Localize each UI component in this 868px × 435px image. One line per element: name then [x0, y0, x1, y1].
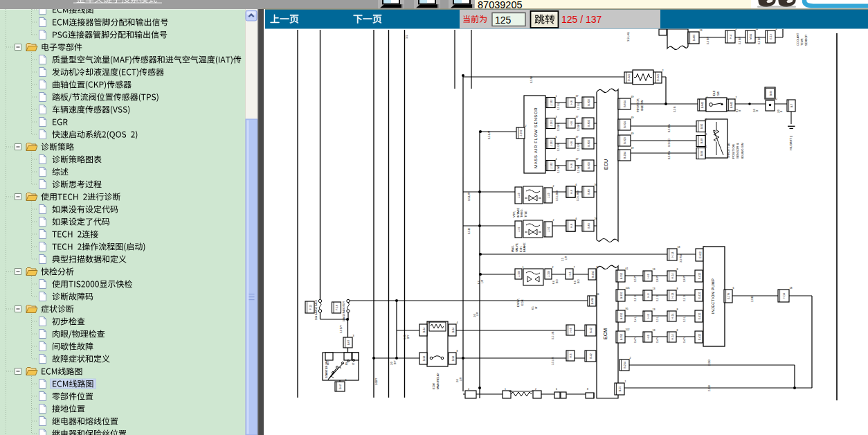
svg-text:0.3 L: 0.3 L	[656, 317, 659, 322]
svg-text:0.5 B: 0.5 B	[468, 228, 471, 234]
svg-text:B-99: B-99	[700, 151, 703, 157]
svg-text:J-109: J-109	[518, 271, 521, 277]
svg-text:37: 37	[576, 95, 579, 98]
svg-text:H-6: H-6	[570, 224, 573, 228]
svg-text:0.6 P: 0.6 P	[656, 276, 659, 282]
svg-text:EGR: EGR	[521, 299, 524, 305]
svg-text:13: 13	[653, 268, 655, 271]
svg-text:B-42: B-42	[590, 328, 593, 333]
svg-text:THRO-: THRO-	[520, 208, 523, 218]
svg-text:B-34: B-34	[452, 328, 455, 333]
svg-text:H-8: H-8	[647, 335, 650, 339]
svg-text:J-162: J-162	[550, 100, 553, 106]
svg-text:H-6: H-6	[570, 141, 573, 145]
svg-text:0.3 O: 0.3 O	[634, 295, 637, 301]
svg-text:B-460: B-460	[694, 35, 696, 42]
svg-text:H-8: H-8	[647, 294, 650, 298]
svg-text:3.0: 3.0	[390, 362, 393, 365]
svg-text:B-63: B-63	[588, 189, 590, 195]
svg-text:125: 125	[495, 15, 512, 26]
svg-text:BRAKE: BRAKE	[523, 242, 526, 252]
svg-text:0.5 O: 0.5 O	[656, 295, 659, 301]
svg-text:37: 37	[576, 116, 579, 118]
svg-text:IDLE SW: IDLE SW	[641, 100, 644, 111]
svg-text:3.5: 3.5	[561, 258, 564, 261]
svg-text:0.5 L/B: 0.5 L/B	[552, 331, 554, 339]
svg-text:0.5 L/R: 0.5 L/R	[468, 193, 471, 201]
svg-text:B-623: B-623	[624, 137, 627, 144]
svg-text:H-6: H-6	[570, 163, 573, 168]
svg-text:E-412: E-412	[699, 251, 702, 258]
svg-text:3.5: 3.5	[406, 35, 408, 39]
svg-text:8: 8	[457, 350, 458, 353]
svg-text:D-341: D-341	[629, 74, 631, 81]
svg-text:ECU: ECU	[603, 159, 609, 170]
svg-text:INTAKE: INTAKE	[516, 208, 520, 218]
svg-text:B-90: B-90	[700, 124, 703, 130]
svg-text:2: 2	[535, 388, 536, 391]
svg-text:49: 49	[631, 96, 634, 98]
svg-text:0.5 GL: 0.5 GL	[577, 103, 580, 110]
svg-text:3.0 B/Y: 3.0 B/Y	[340, 325, 343, 333]
svg-text:ST: ST	[352, 362, 355, 365]
svg-text:13: 13	[700, 29, 703, 32]
svg-text:6: 6	[556, 388, 557, 391]
svg-text:H-8: H-8	[647, 274, 650, 278]
svg-text:0.3 GO: 0.3 GO	[668, 139, 671, 147]
svg-text:105: 105	[626, 287, 630, 290]
svg-text:IDLING SW: IDLING SW	[741, 142, 744, 159]
svg-text:F-13: F-13	[309, 305, 312, 310]
svg-text:2: 2	[662, 69, 664, 72]
svg-text:INJECTION PUMP: INJECTION PUMP	[711, 278, 715, 314]
svg-text:3: 3	[353, 335, 354, 337]
svg-text:8: 8	[677, 308, 678, 311]
svg-text:18: 18	[790, 287, 793, 290]
svg-text:MASS AIR FLOW SENSOR: MASS AIR FLOW SENSOR	[534, 107, 538, 168]
svg-text:2.0 B: 2.0 B	[708, 359, 711, 366]
svg-text:EXH.: EXH.	[519, 246, 523, 252]
svg-text:8: 8	[677, 329, 678, 332]
svg-text:13: 13	[653, 329, 655, 332]
svg-text:H-6: H-6	[570, 100, 573, 105]
svg-text:ECM: ECM	[432, 383, 435, 389]
svg-text:B-2B5: B-2B5	[592, 271, 595, 278]
svg-text:B/O: B/O	[556, 279, 559, 283]
svg-text:J-43: J-43	[548, 193, 551, 198]
svg-text:0.3 RG: 0.3 RG	[668, 151, 671, 159]
svg-text:1: 1	[706, 118, 707, 121]
svg-text:B-350: B-350	[620, 273, 623, 280]
svg-text:MAIN RELAY: MAIN RELAY	[436, 373, 440, 389]
svg-text:49: 49	[631, 116, 634, 119]
svg-text:0.6: 0.6	[478, 281, 480, 284]
svg-text:0.4 Y: 0.4 Y	[683, 337, 686, 343]
svg-text:THROTTLE: THROTTLE	[727, 143, 730, 159]
svg-text:TTLE: TTLE	[524, 211, 527, 218]
svg-text:RESISTOR;: RESISTOR;	[637, 98, 640, 112]
svg-text:B-434: B-434	[592, 298, 595, 305]
svg-text:H-14: H-14	[671, 293, 674, 299]
svg-text:H-4: H-4	[730, 35, 733, 39]
svg-text:B-67: B-67	[347, 340, 350, 346]
svg-text:B/O: B/O	[577, 279, 580, 283]
svg-text:1: 1	[706, 133, 707, 136]
svg-text:49: 49	[631, 147, 634, 150]
svg-text:37: 37	[576, 136, 579, 139]
svg-text:B-350: B-350	[620, 292, 623, 299]
svg-text:H-8: H-8	[647, 314, 650, 319]
svg-text:B-350: B-350	[620, 313, 623, 320]
svg-text:7: 7	[574, 266, 575, 269]
svg-text:B-634: B-634	[624, 100, 627, 107]
svg-text:6: 6	[576, 184, 577, 186]
svg-text:L/R: L/R	[460, 377, 462, 381]
svg-text:SENSOR &: SENSOR &	[736, 143, 739, 159]
svg-text:3.0B/Y: 3.0B/Y	[375, 378, 378, 385]
svg-text:61: 61	[626, 267, 629, 270]
svg-text:B-630: B-630	[588, 140, 590, 147]
svg-text:0.3 WR: 0.3 WR	[577, 165, 580, 173]
svg-text:87: 87	[597, 266, 599, 269]
svg-text:0.3 L/BW: 0.3 L/BW	[577, 190, 579, 201]
svg-text:F-16: F-16	[336, 305, 339, 310]
svg-text:95: 95	[626, 308, 629, 310]
svg-text:B-34: B-34	[423, 356, 426, 362]
svg-text:2: 2	[630, 357, 631, 359]
